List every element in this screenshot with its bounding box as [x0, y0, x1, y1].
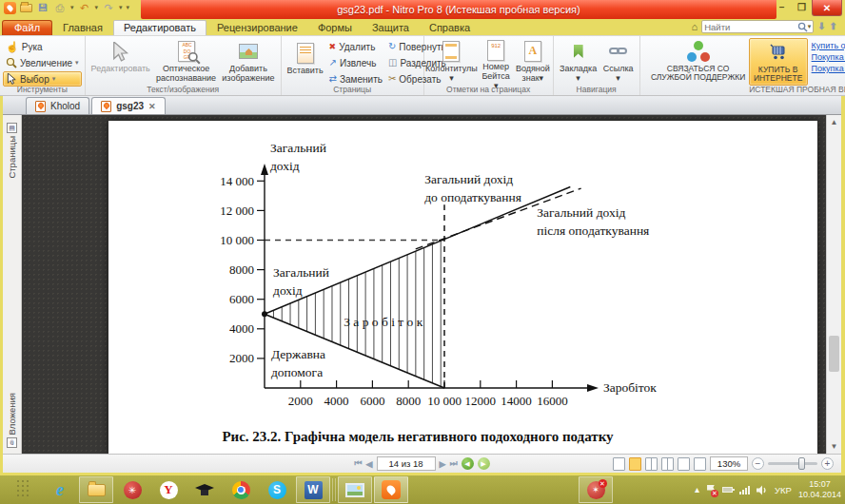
bates-number-button[interactable]: НомерБейтса ▾: [479, 38, 512, 86]
zoom-in-icon[interactable]: +: [821, 457, 834, 470]
next-view-button[interactable]: ▶: [478, 457, 490, 470]
zoom-out-icon[interactable]: −: [752, 457, 764, 470]
taskbar-item-black-app[interactable]: [187, 476, 223, 503]
pages-panel-tab[interactable]: ▤ Страницы: [3, 123, 21, 179]
start-button[interactable]: [6, 476, 42, 503]
ribbon-tab-file[interactable]: Файл: [2, 20, 52, 35]
find-next-icon[interactable]: ⬇︎: [817, 22, 825, 31]
taskbar-item-yandex[interactable]: Y: [150, 476, 187, 503]
undo-icon[interactable]: ↶: [78, 1, 91, 14]
delete-pages-button[interactable]: ✖Удалить: [326, 39, 385, 54]
attachments-panel-tab[interactable]: Вложения 📎︎: [3, 393, 21, 449]
tab-close-icon[interactable]: ✕: [148, 102, 156, 111]
continuous-view-icon[interactable]: [629, 457, 641, 471]
search-options-caret-icon[interactable]: ▾: [808, 23, 812, 30]
file-explorer-icon: [88, 484, 106, 496]
taskbar-item-chrome[interactable]: [223, 476, 259, 503]
qat-customize-icon[interactable]: ▾: [127, 4, 130, 11]
watermark-button[interactable]: Водянойзнак▾: [513, 38, 553, 86]
taskbar-item-photo-viewer[interactable]: [338, 476, 372, 503]
add-image-button[interactable]: Добавитьизображение: [219, 38, 277, 86]
close-button[interactable]: ✕: [812, 0, 842, 16]
zoom-tool-button[interactable]: Увеличение▾: [3, 55, 82, 70]
redo-caret-icon[interactable]: ▾: [119, 4, 123, 11]
ribbon-tab-6[interactable]: Справка: [420, 21, 480, 35]
split-page-icon: ◫: [388, 58, 397, 68]
buy-online-button[interactable]: КУПИТЬ ВИНТЕРНЕТЕ: [749, 38, 808, 86]
ribbon-tab-2[interactable]: Редактировать: [113, 20, 206, 35]
redo-icon[interactable]: ↷: [102, 1, 115, 14]
minimize-button[interactable]: –: [772, 0, 792, 14]
taskbar-item-red-circle-app[interactable]: ✳︎: [114, 476, 150, 503]
single-page-view-icon[interactable]: [613, 457, 625, 471]
next-page-icon[interactable]: ▶: [440, 459, 446, 469]
fit-width-view-icon[interactable]: [678, 457, 690, 471]
fit-page-view-icon[interactable]: [694, 457, 706, 471]
open-file-icon[interactable]: [20, 4, 32, 12]
document-tab-Kholod[interactable]: Kholod: [26, 97, 89, 114]
facing-pages-view-icon[interactable]: [645, 457, 658, 471]
taskbar-item-error-app[interactable]: ✶ ✕: [579, 476, 613, 503]
document-tab-bar: Kholodgsg23✕: [3, 96, 841, 115]
search-icon[interactable]: [797, 22, 808, 32]
taskbar-item-word[interactable]: W: [296, 476, 330, 503]
volume-icon[interactable]: [757, 485, 768, 495]
ribbon-tab-4[interactable]: Формы: [308, 21, 362, 35]
scroll-down-icon[interactable]: ▼: [827, 439, 841, 454]
header-footer-button[interactable]: Колонтитулы ▾: [423, 38, 479, 86]
language-indicator[interactable]: УКР: [775, 485, 792, 495]
first-page-icon[interactable]: ⏮︎: [354, 458, 362, 469]
previous-view-button[interactable]: ◀: [462, 457, 474, 470]
taskbar-item-file-explorer[interactable]: [79, 476, 113, 503]
zoom-level-input[interactable]: [710, 456, 748, 471]
network-signal-icon[interactable]: [739, 486, 750, 494]
zoom-slider[interactable]: [768, 462, 817, 465]
save-icon[interactable]: 💾︎: [36, 1, 49, 14]
ribbon-tab-3[interactable]: Рецензирование: [207, 21, 307, 35]
buy-license-link[interactable]: Покупка многопользовательских пакетов: [812, 52, 845, 62]
extract-pages-button[interactable]: ↗Извлечь: [326, 55, 385, 70]
nitro-logo-icon[interactable]: [4, 2, 16, 14]
home-icon[interactable]: ⌂: [692, 21, 698, 32]
previous-page-icon[interactable]: ◀: [366, 459, 373, 469]
ribbon-tab-5[interactable]: Защита: [363, 21, 419, 35]
buy-license-link[interactable]: Купить однопользовательскую лицензию: [812, 41, 845, 50]
undo-caret-icon[interactable]: ▾: [95, 4, 99, 11]
document-tab-gsg23[interactable]: gsg23✕: [91, 97, 165, 114]
print-icon[interactable]: ⎙: [53, 1, 67, 14]
maximize-button[interactable]: ❐: [792, 0, 812, 14]
insert-pages-button[interactable]: Вставить: [285, 38, 326, 86]
link-button[interactable]: Ссылка ▾: [600, 38, 637, 86]
show-hidden-icons-icon[interactable]: ▴: [695, 485, 699, 494]
search-input[interactable]: [704, 22, 796, 32]
scroll-up-icon[interactable]: ▲: [827, 115, 841, 129]
hand-tool-button[interactable]: ☝ Рука: [3, 39, 82, 54]
svg-text:Заробіток: Заробіток: [603, 380, 657, 395]
buy-license-link[interactable]: Покупка корпоративной лицензии: [812, 64, 845, 73]
pdf-file-icon: [35, 101, 46, 112]
scrollbar-thumb[interactable]: [829, 336, 839, 372]
taskbar-item-skype[interactable]: S: [259, 476, 295, 503]
vertical-scrollbar[interactable]: ▲ ▼: [826, 115, 841, 454]
edit-text-button[interactable]: Редактировать: [88, 38, 153, 86]
zoom-slider-thumb[interactable]: [798, 457, 805, 470]
svg-text:Загальний: Загальний: [273, 265, 329, 280]
taskbar-item-nitro[interactable]: [374, 476, 408, 503]
title-band: gsg23.pdf - Nitro Pro 8 (Истекшая пробна…: [141, 0, 776, 19]
action-center-flag-icon[interactable]: [706, 485, 716, 495]
last-page-icon[interactable]: ⏭︎: [449, 458, 457, 469]
ocr-button[interactable]: ABCDOGR Оптическоераспознавание: [153, 38, 220, 86]
svg-text:дохід: дохід: [270, 159, 300, 173]
document-canvas[interactable]: 200040006000800010 00012 00014 000200040…: [22, 115, 826, 454]
contact-support-button[interactable]: СВЯЗАТЬСЯ СОСЛУЖБОЙ ПОДДЕРЖКИ: [648, 38, 749, 86]
print-caret-icon[interactable]: ▾: [70, 4, 74, 11]
clock[interactable]: 15:07 10.04.2014: [798, 479, 841, 500]
bookmark-button[interactable]: Закладка ▾: [557, 38, 600, 86]
ribbon-tab-1[interactable]: Главная: [53, 21, 112, 35]
find-previous-icon[interactable]: ⬆︎: [830, 22, 837, 31]
continuous-facing-view-icon[interactable]: [661, 457, 674, 471]
taskbar-item-internet-explorer[interactable]: e: [42, 476, 78, 503]
battery-icon[interactable]: [722, 487, 733, 493]
ribbon: ☝ Рука Увеличение▾ Выбор▾ Инструменты Ре…: [0, 35, 845, 96]
page-indicator-input[interactable]: [377, 456, 436, 471]
